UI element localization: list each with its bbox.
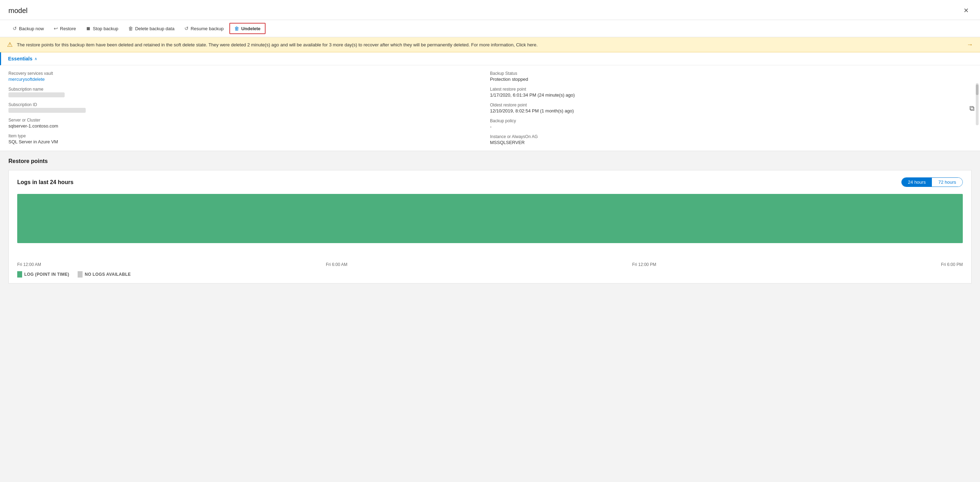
backup-policy-label: Backup policy — [490, 118, 972, 123]
72h-button[interactable]: 72 hours — [932, 178, 963, 186]
latest-restore-value: 1/17/2020, 6:01:34 PM (24 minute(s) ago) — [490, 92, 972, 98]
restore-points-section: Restore points Logs in last 24 hours 24 … — [0, 151, 980, 482]
copy-icon-area: ⧉ — [969, 104, 974, 112]
legend-green-icon — [17, 271, 22, 278]
chart-bar — [17, 194, 963, 243]
modal-header: model ✕ — [0, 0, 980, 20]
x-label-0: Fri 12:00 AM — [17, 262, 41, 267]
chart-title: Logs in last 24 hours — [17, 179, 73, 186]
essentials-grid: Recovery services vault mercurysoftdelet… — [0, 65, 980, 151]
legend-no-logs-item: NO LOGS AVAILABLE — [78, 271, 130, 278]
restore-icon: ↩ — [54, 25, 58, 31]
delete-icon: 🗑 — [128, 25, 133, 31]
instance-value: MSSQLSERVER — [490, 140, 972, 145]
recovery-vault-label: Recovery services vault — [8, 71, 490, 76]
backup-status-field: Backup Status Protection stopped — [490, 71, 972, 82]
alert-arrow-icon: → — [967, 41, 973, 48]
toolbar: ↺ Backup now ↩ Restore ⏹ Stop backup 🗑 D… — [0, 20, 980, 37]
restore-points-title: Restore points — [8, 158, 972, 164]
warning-icon: ⚠ — [7, 41, 13, 48]
oldest-restore-label: Oldest restore point — [490, 103, 972, 108]
backup-status-label: Backup Status — [490, 71, 972, 76]
essentials-section: Essentials ∧ Recovery services vault mer… — [0, 52, 980, 151]
x-label-1: Fri 6:00 AM — [326, 262, 347, 267]
legend-no-logs-label: NO LOGS AVAILABLE — [85, 272, 130, 277]
essentials-chevron-icon: ∧ — [34, 57, 37, 61]
chart-area — [17, 194, 963, 257]
instance-label: Instance or AlwaysOn AG — [490, 134, 972, 139]
close-button[interactable]: ✕ — [960, 5, 972, 16]
x-label-3: Fri 6:00 PM — [941, 262, 963, 267]
resume-backup-button[interactable]: ↺ Resume backup — [180, 24, 228, 33]
server-cluster-value: sqlserver-1.contoso.com — [8, 123, 490, 129]
essentials-title: Essentials — [8, 56, 32, 62]
subscription-id-value — [8, 108, 86, 113]
backup-now-icon: ↺ — [13, 25, 17, 31]
subscription-name-field: Subscription name — [8, 87, 490, 97]
backup-now-button[interactable]: ↺ Backup now — [8, 24, 48, 33]
subscription-id-label: Subscription ID — [8, 102, 490, 107]
delete-backup-button[interactable]: 🗑 Delete backup data — [124, 24, 179, 33]
stop-icon: ⏹ — [86, 25, 91, 31]
chart-x-labels: Fri 12:00 AM Fri 6:00 AM Fri 12:00 PM Fr… — [17, 260, 963, 267]
chart-container: Logs in last 24 hours 24 hours 72 hours … — [8, 170, 972, 283]
backup-policy-field: Backup policy - — [490, 118, 972, 129]
oldest-restore-value: 12/10/2019, 8:02:54 PM (1 month(s) ago) — [490, 108, 972, 113]
essentials-header[interactable]: Essentials ∧ — [0, 52, 980, 65]
legend-log-label: LOG (POINT IN TIME) — [24, 272, 69, 277]
legend-log-item: LOG (POINT IN TIME) — [17, 271, 69, 278]
alert-text: The restore points for this backup item … — [17, 42, 963, 48]
x-label-2: Fri 12:00 PM — [632, 262, 657, 267]
alert-banner: ⚠ The restore points for this backup ite… — [0, 37, 980, 52]
chart-header: Logs in last 24 hours 24 hours 72 hours — [17, 177, 963, 187]
server-cluster-field: Server or Cluster sqlserver-1.contoso.co… — [8, 118, 490, 129]
subscription-name-value — [8, 92, 65, 97]
restore-button[interactable]: ↩ Restore — [49, 24, 80, 33]
24h-button[interactable]: 24 hours — [902, 178, 932, 186]
subscription-name-label: Subscription name — [8, 87, 490, 92]
item-type-field: Item type SQL Server in Azure VM — [8, 134, 490, 145]
essentials-right: Backup Status Protection stopped Latest … — [490, 71, 972, 145]
instance-field: Instance or AlwaysOn AG MSSQLSERVER — [490, 134, 972, 145]
oldest-restore-field: Oldest restore point 12/10/2019, 8:02:54… — [490, 103, 972, 113]
scrollbar[interactable] — [976, 83, 978, 125]
time-toggle: 24 hours 72 hours — [901, 177, 963, 187]
server-cluster-label: Server or Cluster — [8, 118, 490, 122]
latest-restore-label: Latest restore point — [490, 87, 972, 92]
copy-icon[interactable]: ⧉ — [969, 104, 974, 112]
modal-title: model — [8, 7, 27, 15]
legend-gray-icon — [78, 271, 83, 278]
item-type-value: SQL Server in Azure VM — [8, 139, 490, 145]
backup-status-value: Protection stopped — [490, 76, 972, 82]
undelete-button[interactable]: 🗑 Undelete — [229, 23, 266, 34]
latest-restore-field: Latest restore point 1/17/2020, 6:01:34 … — [490, 87, 972, 98]
resume-icon: ↺ — [185, 25, 189, 31]
recovery-vault-field: Recovery services vault mercurysoftdelet… — [8, 71, 490, 82]
recovery-vault-value[interactable]: mercurysoftdelete — [8, 76, 490, 82]
undelete-icon: 🗑 — [234, 25, 239, 31]
subscription-id-field: Subscription ID — [8, 102, 490, 113]
backup-policy-value: - — [490, 124, 972, 129]
stop-backup-button[interactable]: ⏹ Stop backup — [81, 24, 122, 33]
scrollbar-thumb[interactable] — [976, 84, 978, 95]
item-type-label: Item type — [8, 134, 490, 138]
essentials-left: Recovery services vault mercurysoftdelet… — [8, 71, 490, 145]
chart-legend: LOG (POINT IN TIME) NO LOGS AVAILABLE — [17, 271, 963, 278]
modal: model ✕ ↺ Backup now ↩ Restore ⏹ Stop ba… — [0, 0, 980, 482]
